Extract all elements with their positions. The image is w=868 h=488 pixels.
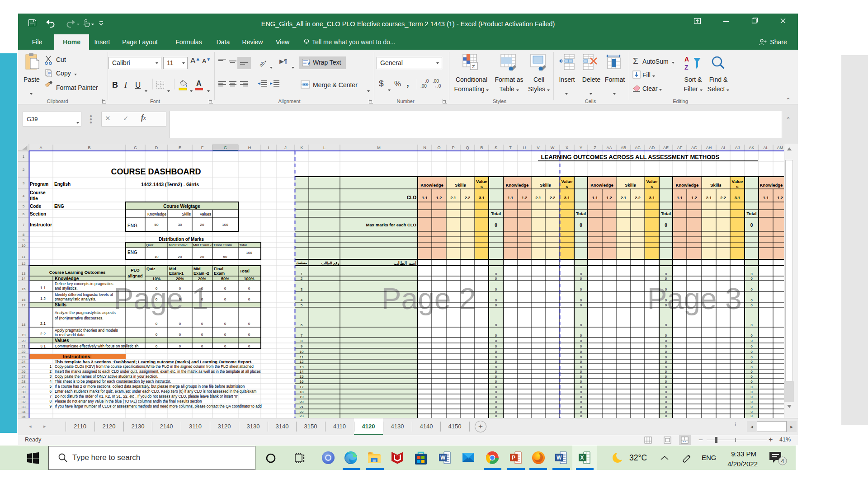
svg-text:13: 13 — [22, 272, 26, 276]
svg-text:0: 0 — [580, 370, 582, 374]
svg-text:G: G — [224, 145, 227, 150]
svg-text:0: 0 — [224, 322, 226, 326]
svg-text:0: 0 — [495, 365, 497, 369]
svg-text:0: 0 — [665, 414, 667, 418]
svg-text:0: 0 — [179, 322, 181, 326]
svg-text:0: 0 — [495, 303, 497, 307]
svg-text:2.1: 2.1 — [40, 321, 46, 326]
svg-text:0: 0 — [495, 323, 497, 327]
svg-text:of (non)narrative discourses.: of (non)narrative discourses. — [55, 316, 104, 320]
svg-text:0: 0 — [224, 286, 226, 291]
svg-text:Total: Total — [747, 211, 757, 216]
svg-text:Copy paste the names of ONLY a: Copy paste the names of ONLY active stud… — [55, 375, 158, 379]
svg-text:0: 0 — [750, 277, 752, 281]
svg-text:Page 3: Page 3 — [647, 282, 741, 315]
svg-text:0: 0 — [248, 333, 250, 337]
svg-text:Quiz: Quiz — [146, 267, 156, 271]
svg-text:18: 18 — [300, 390, 304, 394]
svg-text:ENG: ENG — [54, 204, 64, 209]
svg-text:0: 0 — [665, 370, 667, 374]
svg-text:0: 0 — [665, 375, 667, 379]
svg-text:0: 0 — [665, 405, 667, 409]
svg-text:7: 7 — [301, 333, 303, 338]
svg-text:50%: 50% — [221, 277, 229, 281]
svg-text:13: 13 — [300, 365, 304, 369]
svg-text:0: 0 — [156, 286, 158, 291]
svg-text:Skills: Skills — [625, 183, 636, 188]
svg-text:AF: AF — [677, 145, 683, 150]
svg-text:0: 0 — [750, 303, 752, 307]
svg-text:0: 0 — [665, 323, 667, 327]
svg-text:title: title — [30, 196, 38, 201]
svg-text:2: 2 — [23, 168, 25, 172]
svg-text:23: 23 — [22, 355, 26, 359]
svg-text:4: 4 — [781, 458, 784, 465]
svg-text:0: 0 — [580, 344, 582, 348]
svg-text:0: 0 — [580, 223, 582, 228]
svg-text:11: 11 — [22, 255, 26, 259]
svg-text:0: 0 — [495, 400, 497, 404]
svg-text:1.1: 1.1 — [592, 196, 598, 200]
svg-text:0: 0 — [248, 322, 250, 326]
svg-text:0: 0 — [495, 287, 497, 291]
svg-text:26: 26 — [22, 370, 26, 374]
svg-text:7: 7 — [49, 394, 52, 399]
svg-text:Q: Q — [466, 145, 469, 150]
svg-text:0: 0 — [495, 272, 497, 276]
svg-text:0: 0 — [580, 360, 582, 364]
svg-text:0: 0 — [495, 414, 497, 418]
svg-text:20: 20 — [22, 339, 26, 343]
svg-text:X: X — [566, 145, 568, 150]
svg-text:4: 4 — [23, 194, 25, 198]
svg-text:Knowledge: Knowledge — [590, 183, 613, 188]
svg-text:AC: AC — [635, 145, 641, 150]
svg-text:Course: Course — [30, 190, 46, 195]
svg-text:1.2: 1.2 — [40, 296, 46, 301]
svg-text:0: 0 — [495, 223, 497, 228]
svg-text:7: 7 — [23, 223, 25, 227]
svg-text:Y: Y — [580, 145, 582, 150]
svg-text:Total: Total — [240, 268, 250, 273]
svg-text:0: 0 — [495, 339, 497, 343]
svg-text:0: 0 — [179, 297, 181, 301]
svg-text:4: 4 — [49, 380, 52, 384]
svg-text:Instructor: Instructor — [30, 222, 52, 227]
svg-text:Total: Total — [576, 211, 586, 216]
svg-text:0: 0 — [201, 286, 203, 291]
svg-text:Analyze the pragmastylistic as: Analyze the pragmastylistic aspects — [55, 310, 116, 315]
svg-text:W: W — [551, 145, 555, 150]
svg-text:0: 0 — [665, 339, 667, 343]
svg-text:0: 0 — [750, 355, 752, 359]
svg-text:2.1: 2.1 — [535, 196, 541, 200]
svg-text:0: 0 — [201, 333, 203, 337]
svg-text:28: 28 — [22, 380, 26, 384]
svg-text:Distribution of Marks: Distribution of Marks — [159, 237, 204, 242]
svg-text:1.1: 1.1 — [508, 196, 514, 200]
svg-text:0: 0 — [665, 365, 667, 369]
svg-text:0: 0 — [580, 395, 582, 399]
svg-text:5: 5 — [49, 385, 52, 389]
svg-text:If you have larger number of C: If you have larger number of CLOs or ass… — [55, 404, 262, 408]
svg-text:Value: Value — [646, 179, 658, 184]
svg-text:0: 0 — [580, 277, 582, 281]
svg-text:Insert the marks assigned to: Insert the marks assigned to each CLO un… — [55, 370, 261, 374]
svg-text:0: 0 — [495, 370, 497, 374]
svg-text:Knowledge: Knowledge — [420, 183, 443, 188]
svg-text:0: 0 — [750, 323, 752, 327]
svg-text:1.2: 1.2 — [777, 196, 783, 200]
svg-text:0: 0 — [495, 405, 497, 409]
svg-text:10: 10 — [155, 255, 159, 259]
svg-text:0: 0 — [580, 303, 582, 307]
svg-text:Value: Value — [732, 179, 743, 184]
svg-text:3.1: 3.1 — [649, 196, 655, 200]
svg-text:0: 0 — [495, 385, 497, 389]
svg-text:12: 12 — [300, 360, 304, 364]
svg-text:0: 0 — [750, 344, 752, 348]
svg-text:3.1: 3.1 — [40, 344, 46, 348]
svg-text:0: 0 — [224, 333, 226, 337]
svg-text:32: 32 — [22, 400, 26, 404]
svg-text:CLO: CLO — [407, 195, 416, 200]
svg-text:2.2: 2.2 — [635, 196, 641, 200]
svg-text:Value: Value — [561, 179, 573, 184]
svg-text:s: s — [566, 184, 568, 189]
